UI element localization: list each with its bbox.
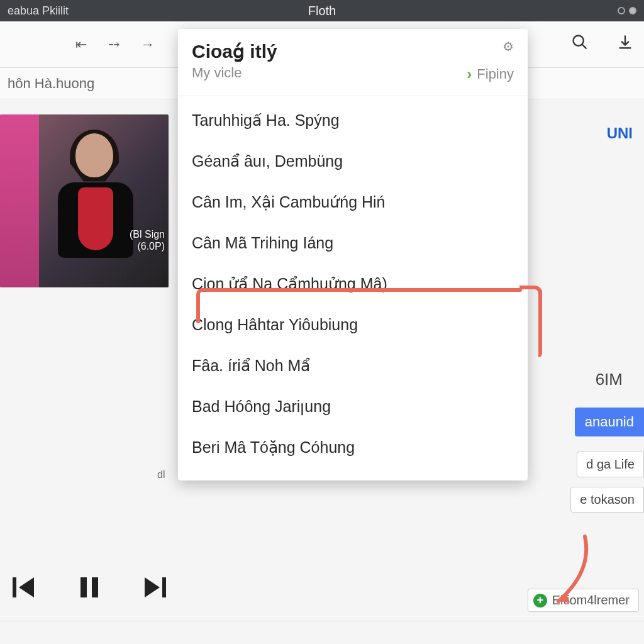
prev-track-button[interactable]: [9, 572, 39, 610]
playlist-item[interactable]: Cion ửẩ Na Cẩmhuửng Mâ): [178, 264, 528, 304]
chip-2[interactable]: e tokason: [570, 487, 644, 513]
svg-line-1: [582, 45, 587, 49]
settings-icon[interactable]: ⚙︎: [467, 39, 514, 54]
video-thumbnail[interactable]: (Bl Sign (6.0P): [0, 114, 169, 287]
playlist-item[interactable]: Fâa. íriẩ Noh Mẩ: [178, 345, 528, 386]
chip-1[interactable]: d ga Life: [577, 452, 644, 477]
svg-rect-6: [80, 577, 87, 597]
player-controls: [0, 572, 170, 610]
popup-link[interactable]: › Fipiny: [467, 65, 514, 83]
svg-rect-4: [13, 577, 16, 597]
primary-action-button[interactable]: anaunid: [575, 408, 644, 436]
thumb-badge: (Bl Sign (6.0P): [130, 228, 165, 252]
playlist-item[interactable]: Beri Mâ Tóặng Cóhung: [178, 427, 528, 468]
search-icon[interactable]: [571, 33, 589, 55]
popup-subtitle: My vicle: [192, 65, 277, 81]
svg-marker-5: [19, 577, 34, 597]
svg-rect-9: [162, 577, 166, 597]
forward-icon[interactable]: →: [141, 36, 155, 53]
small-label: dl: [157, 469, 165, 480]
svg-marker-8: [145, 577, 160, 597]
chevron-right-icon: ›: [467, 65, 472, 83]
window-title: Floth: [0, 4, 644, 18]
playlist-item[interactable]: Bad Hóông Jariꞁung: [178, 386, 528, 427]
next-track-button[interactable]: [140, 572, 170, 610]
tag-badge: UNI: [607, 125, 633, 142]
skip-end-icon[interactable]: ⤍: [108, 36, 119, 53]
view-count: 6IM: [596, 370, 623, 389]
playlist-item[interactable]: Taruhhigấ Ha. Spýng: [178, 100, 528, 141]
plus-icon: +: [533, 594, 547, 608]
pause-button[interactable]: [74, 572, 104, 610]
annotation-stroke: [538, 288, 542, 357]
skip-start-icon[interactable]: ⇤: [75, 36, 87, 53]
svg-point-0: [574, 36, 584, 46]
add-button-label: Eitiom4lremer: [552, 593, 630, 608]
playlist-popup: Cioaǵ itlý My vicle ⚙︎ › Fipiny Taruhhig…: [178, 29, 528, 480]
svg-rect-7: [92, 577, 98, 597]
playlist-item[interactable]: Cân Im, Xậi Cambuứńg Hiń: [178, 182, 528, 223]
add-button[interactable]: + Eitiom4lremer: [528, 589, 639, 612]
popup-title: Cioaǵ itlý: [192, 40, 277, 62]
window-titlebar: eabua Pkiilit Floth: [0, 0, 644, 21]
playlist-item[interactable]: Clong Hâhtar Yiôubiung: [178, 304, 528, 345]
popup-link-label: Fipiny: [477, 66, 514, 82]
playlist-item[interactable]: Cân Mã Trihing Iáng: [178, 223, 528, 264]
playlist-item[interactable]: Géanẩ âuı, Dembüng: [178, 141, 528, 182]
download-icon[interactable]: [616, 33, 634, 55]
